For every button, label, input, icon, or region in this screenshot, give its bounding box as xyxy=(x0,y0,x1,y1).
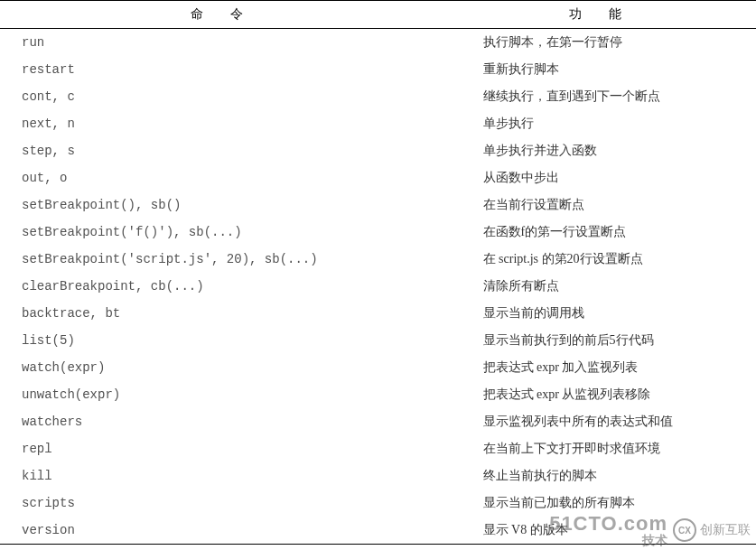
description-cell: 清除所有断点 xyxy=(462,273,756,300)
description-cell: 在函数f的第一行设置断点 xyxy=(462,219,756,246)
header-command: 命令 xyxy=(0,1,462,29)
description-cell: 把表达式 expr 从监视列表移除 xyxy=(462,381,756,408)
table-row: repl在当前上下文打开即时求值环境 xyxy=(0,435,756,462)
description-cell: 显示当前执行到的前后5行代码 xyxy=(462,327,756,354)
table-row: scripts显示当前已加载的所有脚本 xyxy=(0,489,756,517)
description-cell: 终止当前执行的脚本 xyxy=(462,462,756,489)
description-cell: 显示当前的调用栈 xyxy=(462,300,756,327)
description-cell: 显示当前已加载的所有脚本 xyxy=(462,489,756,517)
command-cell: repl xyxy=(0,435,462,462)
table-row: restart重新执行脚本 xyxy=(0,56,756,83)
command-cell: setBreakpoint('f()'), sb(...) xyxy=(0,219,462,246)
table-row: version显示 V8 的版本 xyxy=(0,517,756,545)
table-row: watch(expr)把表达式 expr 加入监视列表 xyxy=(0,354,756,381)
command-cell: next, n xyxy=(0,110,462,137)
table-row: list(5)显示当前执行到的前后5行代码 xyxy=(0,327,756,354)
command-cell: restart xyxy=(0,56,462,83)
command-cell: version xyxy=(0,517,462,545)
table-row: unwatch(expr)把表达式 expr 从监视列表移除 xyxy=(0,381,756,408)
command-cell: step, s xyxy=(0,137,462,164)
description-cell: 执行脚本，在第一行暂停 xyxy=(462,29,756,57)
command-cell: scripts xyxy=(0,489,462,517)
command-cell: setBreakpoint('script.js', 20), sb(...) xyxy=(0,246,462,273)
command-cell: watchers xyxy=(0,408,462,435)
table-row: setBreakpoint('f()'), sb(...)在函数f的第一行设置断… xyxy=(0,219,756,246)
table-row: watchers显示监视列表中所有的表达式和值 xyxy=(0,408,756,435)
table-row: setBreakpoint(), sb()在当前行设置断点 xyxy=(0,191,756,219)
description-cell: 在当前上下文打开即时求值环境 xyxy=(462,435,756,462)
command-cell: unwatch(expr) xyxy=(0,381,462,408)
description-cell: 在 script.js 的第20行设置断点 xyxy=(462,246,756,273)
description-cell: 继续执行，直到遇到下一个断点 xyxy=(462,83,756,110)
command-cell: run xyxy=(0,29,462,57)
command-cell: watch(expr) xyxy=(0,354,462,381)
description-cell: 在当前行设置断点 xyxy=(462,191,756,219)
table-header-row: 命令 功能 xyxy=(0,1,756,29)
description-cell: 把表达式 expr 加入监视列表 xyxy=(462,354,756,381)
header-function: 功能 xyxy=(462,1,756,29)
table-row: run执行脚本，在第一行暂停 xyxy=(0,29,756,57)
command-cell: setBreakpoint(), sb() xyxy=(0,191,462,219)
description-cell: 单步执行 xyxy=(462,110,756,137)
description-cell: 显示监视列表中所有的表达式和值 xyxy=(462,408,756,435)
description-cell: 重新执行脚本 xyxy=(462,56,756,83)
table-row: clearBreakpoint, cb(...)清除所有断点 xyxy=(0,273,756,300)
table-row: kill终止当前执行的脚本 xyxy=(0,462,756,489)
table-row: next, n单步执行 xyxy=(0,110,756,137)
description-cell: 显示 V8 的版本 xyxy=(462,517,756,545)
debugger-commands-table: 命令 功能 run执行脚本，在第一行暂停restart重新执行脚本cont, c… xyxy=(0,0,756,545)
command-cell: list(5) xyxy=(0,327,462,354)
table-row: cont, c继续执行，直到遇到下一个断点 xyxy=(0,83,756,110)
command-cell: backtrace, bt xyxy=(0,300,462,327)
description-cell: 从函数中步出 xyxy=(462,164,756,191)
table-row: setBreakpoint('script.js', 20), sb(...)在… xyxy=(0,246,756,273)
command-cell: clearBreakpoint, cb(...) xyxy=(0,273,462,300)
command-cell: cont, c xyxy=(0,83,462,110)
command-cell: kill xyxy=(0,462,462,489)
table-row: backtrace, bt显示当前的调用栈 xyxy=(0,300,756,327)
table-row: step, s单步执行并进入函数 xyxy=(0,137,756,164)
description-cell: 单步执行并进入函数 xyxy=(462,137,756,164)
table-row: out, o从函数中步出 xyxy=(0,164,756,191)
command-cell: out, o xyxy=(0,164,462,191)
